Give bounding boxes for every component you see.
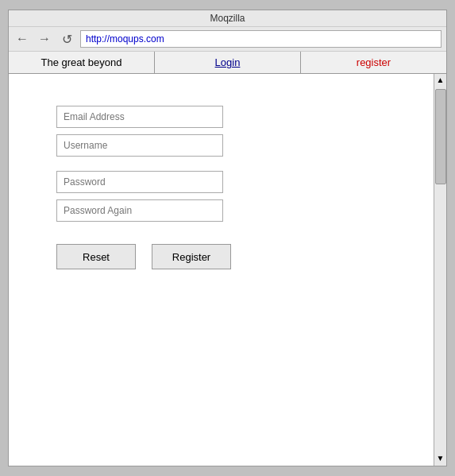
forward-button[interactable]: → <box>36 30 53 48</box>
title-text: Moqzilla <box>210 13 245 24</box>
scrollbar[interactable]: ▲ ▼ <box>434 74 446 466</box>
main-content: Reset Register <box>9 74 446 466</box>
refresh-button[interactable]: ↺ <box>58 30 75 48</box>
password-field[interactable] <box>56 171 223 193</box>
browser-window: Moqzilla ← → ↺ The great beyond Login re… <box>8 10 447 466</box>
tab-register[interactable]: register <box>301 52 446 73</box>
username-field[interactable] <box>56 134 223 157</box>
password-again-field[interactable] <box>56 199 223 222</box>
browser-toolbar: ← → ↺ <box>9 27 446 52</box>
content-area: Reset Register ▲ ▼ <box>9 74 446 466</box>
browser-tabs: The great beyond Login register <box>9 52 446 74</box>
register-button[interactable]: Register <box>152 244 231 269</box>
tab-login[interactable]: Login <box>155 52 301 73</box>
tab-the-great-beyond[interactable]: The great beyond <box>9 52 155 73</box>
reset-button[interactable]: Reset <box>56 244 136 269</box>
scrollbar-arrow-down[interactable]: ▼ <box>435 452 446 464</box>
form-spacer <box>56 163 399 171</box>
scrollbar-thumb[interactable] <box>435 89 446 184</box>
browser-title: Moqzilla <box>9 10 446 27</box>
back-button[interactable]: ← <box>13 30 31 48</box>
email-field[interactable] <box>56 106 223 128</box>
address-bar[interactable] <box>80 30 442 48</box>
scrollbar-arrow-up[interactable]: ▲ <box>435 74 446 86</box>
form-buttons: Reset Register <box>56 244 399 269</box>
form-container: Reset Register <box>9 74 446 285</box>
